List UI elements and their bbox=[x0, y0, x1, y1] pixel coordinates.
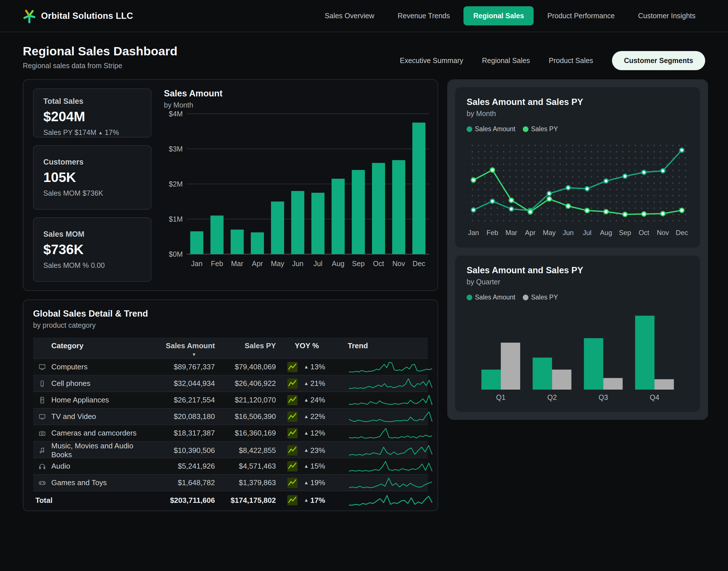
trend-cell bbox=[343, 444, 433, 457]
category-cell: Cameras and camcorders bbox=[51, 429, 153, 438]
column-header-sales-amount[interactable]: Sales Amount▼ bbox=[153, 341, 218, 357]
table-row-home-appliances[interactable]: Home Appliances$26,217,554$21,120,070▲24… bbox=[33, 391, 428, 408]
kpi-subtext: Sales MOM $736K bbox=[43, 189, 141, 197]
report-tab-product-sales[interactable]: Product Sales bbox=[549, 56, 593, 65]
yoy-cell: ▲12% bbox=[279, 428, 343, 438]
table-row-games-and-toys[interactable]: Games and Toys$1,648,782$1,379,863▲19% bbox=[33, 474, 428, 491]
category-cell: Cell phones bbox=[51, 379, 153, 388]
report-tab-customer-segments[interactable]: Customer Segments bbox=[612, 51, 705, 70]
trend-cell bbox=[343, 477, 433, 489]
trend-cell bbox=[343, 377, 433, 390]
svg-text:Sep: Sep bbox=[619, 229, 631, 236]
brand: Orbital Solutions LLC bbox=[23, 8, 133, 24]
trend-cell bbox=[343, 427, 433, 440]
trend-up-icon bbox=[287, 362, 298, 372]
svg-text:Q4: Q4 bbox=[649, 393, 659, 401]
trend-sparkline bbox=[348, 377, 433, 390]
sales-py-cell: $1,379,863 bbox=[218, 478, 279, 487]
table-row-music-movies-and-audio-books[interactable]: Music, Movies and Audio Books$10,390,506… bbox=[33, 441, 428, 458]
category-cell: TV and Video bbox=[51, 412, 153, 421]
sales-vs-py-quarter-chart[interactable]: Q1Q2Q3Q4 bbox=[467, 308, 689, 402]
trend-sparkline bbox=[348, 411, 433, 423]
sales-amount-cell: $20,083,180 bbox=[153, 412, 218, 421]
trend-sparkline bbox=[348, 361, 433, 373]
sales-vs-py-line-chart[interactable]: JanFebMarAprMayJunJulAugSepOctNovDec bbox=[467, 140, 689, 238]
trend-up-icon bbox=[287, 461, 298, 471]
trend-up-icon bbox=[287, 378, 298, 389]
nav-tab-revenue-trends[interactable]: Revenue Trends bbox=[388, 6, 459, 25]
fridge-icon bbox=[38, 396, 46, 404]
svg-text:Aug: Aug bbox=[600, 229, 612, 236]
up-arrow-icon: ▲ bbox=[304, 448, 309, 453]
svg-text:Nov: Nov bbox=[393, 259, 405, 267]
up-arrow-icon: ▲ bbox=[304, 381, 309, 386]
left-column: Total Sales$204MSales PY $174M▴17%Custom… bbox=[23, 79, 438, 511]
legend-item-sales-amount[interactable]: Sales Amount bbox=[467, 294, 516, 301]
main-content: Total Sales$204MSales PY $174M▴17%Custom… bbox=[0, 79, 728, 511]
chart-title: Sales Amount bbox=[164, 88, 428, 99]
up-arrow-icon: ▲ bbox=[304, 430, 309, 436]
kpi-label: Customers bbox=[43, 158, 141, 166]
nav-tab-sales-overview[interactable]: Sales Overview bbox=[315, 6, 384, 25]
svg-text:Apr: Apr bbox=[525, 229, 536, 236]
total-sales-amount: $203,711,606 bbox=[153, 496, 218, 505]
table-row-audio[interactable]: Audio$5,241,926$4,571,463▲15% bbox=[33, 458, 428, 474]
svg-text:Feb: Feb bbox=[486, 229, 498, 236]
svg-text:Q3: Q3 bbox=[599, 393, 608, 401]
column-header-yoy[interactable]: YOY % bbox=[279, 341, 343, 350]
svg-text:Apr: Apr bbox=[252, 259, 263, 267]
yoy-cell: ▲13% bbox=[279, 362, 343, 372]
svg-text:Oct: Oct bbox=[373, 259, 384, 267]
table-row-cameras-and-camcorders[interactable]: Cameras and camcorders$18,317,387$16,360… bbox=[33, 425, 428, 441]
sales-overview-panel: Total Sales$204MSales PY $174M▴17%Custom… bbox=[23, 79, 438, 291]
legend-item-sales-py[interactable]: Sales PY bbox=[523, 125, 558, 133]
top-nav: Orbital Solutions LLC Sales OverviewReve… bbox=[0, 0, 728, 32]
sales-detail-table: CategorySales Amount▼Sales PYYOY %TrendC… bbox=[33, 337, 428, 509]
column-header-sales-py[interactable]: Sales PY bbox=[218, 341, 279, 350]
table-row-tv-and-video[interactable]: TV and Video$20,083,180$16,506,390▲22% bbox=[33, 408, 428, 425]
svg-text:Q1: Q1 bbox=[496, 393, 505, 401]
sales-py-cell: $21,120,070 bbox=[218, 395, 279, 405]
chart-subtitle: by Month bbox=[467, 110, 689, 118]
svg-text:Feb: Feb bbox=[211, 259, 223, 267]
svg-text:May: May bbox=[271, 259, 284, 267]
column-header-trend[interactable]: Trend bbox=[343, 341, 428, 350]
kpi-value: $204M bbox=[43, 109, 141, 124]
headphones-icon bbox=[38, 463, 46, 470]
legend-item-sales-py[interactable]: Sales PY bbox=[523, 294, 558, 301]
up-arrow-icon: ▲ bbox=[304, 480, 309, 486]
total-sales-py: $174,175,802 bbox=[218, 496, 279, 505]
chart-title: Sales Amount and Sales PY bbox=[467, 265, 689, 275]
trend-sparkline bbox=[348, 494, 433, 506]
legend-item-sales-amount[interactable]: Sales Amount bbox=[467, 125, 516, 133]
trend-cell bbox=[343, 394, 433, 407]
nav-tab-regional-sales[interactable]: Regional Sales bbox=[463, 6, 534, 25]
page-title: Regional Sales Dashboard bbox=[23, 44, 177, 58]
report-tab-executive-summary[interactable]: Executive Summary bbox=[400, 56, 463, 65]
gamepad-icon bbox=[38, 479, 46, 486]
svg-text:Sep: Sep bbox=[352, 259, 365, 267]
nav-tab-product-performance[interactable]: Product Performance bbox=[538, 6, 624, 25]
smartphone-icon bbox=[38, 380, 46, 387]
table-row-cell-phones[interactable]: Cell phones$32,044,934$26,406,922▲21% bbox=[33, 375, 428, 391]
report-page-nav: Executive SummaryRegional SalesProduct S… bbox=[400, 51, 705, 70]
yoy-cell: ▲15% bbox=[279, 461, 343, 471]
svg-text:$0M: $0M bbox=[169, 250, 183, 258]
table-row-computers[interactable]: Computers$89,767,337$79,408,069▲13% bbox=[33, 358, 428, 375]
yoy-cell: ▲22% bbox=[279, 412, 343, 422]
kpi-value: $736K bbox=[43, 242, 141, 257]
svg-text:Nov: Nov bbox=[657, 229, 669, 236]
music-icon bbox=[38, 447, 46, 454]
monitor-icon bbox=[38, 363, 46, 371]
sales-amount-cell: $1,648,782 bbox=[153, 478, 218, 487]
nav-tab-customer-insights[interactable]: Customer Insights bbox=[628, 6, 705, 25]
report-tab-regional-sales[interactable]: Regional Sales bbox=[482, 56, 530, 65]
line-chart-plot: JanFebMarAprMayJunJulAugSepOctNovDec bbox=[467, 140, 689, 238]
kpi-subtext: Sales PY $174M▴17% bbox=[43, 128, 141, 137]
sales-by-month-bar-chart[interactable]: $0M$1M$2M$3M$4MJanFebMarAprMayJunJulAugS… bbox=[164, 109, 431, 271]
up-arrow-icon: ▲ bbox=[304, 463, 309, 469]
total-label: Total bbox=[33, 496, 153, 505]
kpi-card-customers: Customers105KSales MOM $736K bbox=[33, 145, 151, 210]
sales-amount-cell: $89,767,337 bbox=[153, 362, 218, 371]
kpi-subtext: Sales MOM % 0.00 bbox=[43, 261, 141, 269]
